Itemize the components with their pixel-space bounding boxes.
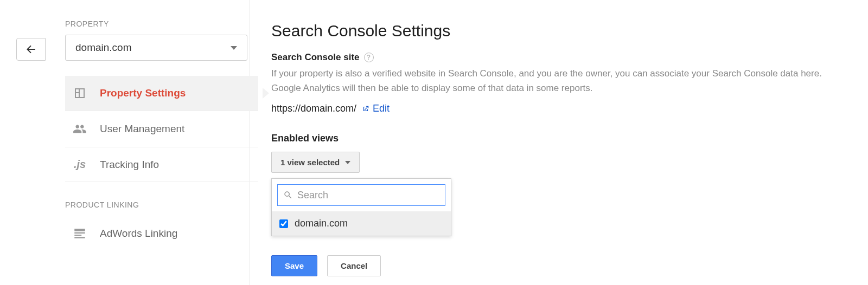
- edit-label: Edit: [373, 103, 390, 114]
- sidebar-item-user-management[interactable]: User Management: [65, 111, 258, 147]
- property-select-value: domain.com: [75, 42, 132, 54]
- views-option[interactable]: domain.com: [272, 211, 451, 236]
- save-button[interactable]: Save: [271, 255, 317, 276]
- layout-icon: [72, 87, 88, 100]
- js-icon: .js: [72, 158, 88, 171]
- edit-link[interactable]: Edit: [362, 103, 390, 114]
- views-option-checkbox[interactable]: [279, 219, 288, 228]
- views-option-label: domain.com: [295, 218, 348, 229]
- page-title: Search Console Settings: [271, 22, 868, 40]
- sidebar-item-adwords-linking[interactable]: AdWords Linking: [65, 216, 258, 251]
- site-heading-row: Search Console site ?: [271, 52, 868, 63]
- search-icon: [283, 190, 293, 200]
- sidebar-item-label: AdWords Linking: [100, 228, 177, 239]
- property-select[interactable]: domain.com: [65, 35, 247, 61]
- sidebar-item-label: Property Settings: [100, 87, 186, 99]
- site-heading: Search Console site: [271, 52, 360, 63]
- views-search-field[interactable]: [277, 184, 445, 206]
- views-dropdown-panel: domain.com: [271, 178, 451, 236]
- sidebar-item-tracking-info[interactable]: .js Tracking Info: [65, 147, 258, 182]
- action-row: Save Cancel: [271, 255, 381, 276]
- main-content: Search Console Settings Search Console s…: [250, 0, 868, 285]
- sidebar-section-product-linking: PRODUCT LINKING: [65, 200, 249, 209]
- sidebar-item-label: User Management: [100, 123, 184, 135]
- back-arrow-icon: [24, 43, 37, 56]
- caret-down-icon: [345, 161, 350, 164]
- site-url: https://domain.com/: [271, 103, 356, 114]
- sidebar-section-property: PROPERTY: [65, 20, 249, 28]
- users-icon: [72, 122, 88, 136]
- adwords-icon: [72, 226, 88, 241]
- caret-down-icon: [231, 46, 237, 50]
- sidebar-item-label: Tracking Info: [100, 159, 159, 171]
- url-row: https://domain.com/ Edit: [271, 103, 868, 114]
- site-description: If your property is also a verified webs…: [271, 66, 835, 95]
- views-dropdown-label: 1 view selected: [280, 158, 340, 167]
- sidebar-item-property-settings[interactable]: Property Settings: [65, 76, 258, 111]
- views-dropdown-toggle[interactable]: 1 view selected: [271, 152, 360, 173]
- external-link-icon: [362, 105, 369, 113]
- enabled-views-label: Enabled views: [271, 133, 868, 144]
- sidebar-nav: Property Settings User Management .js Tr…: [65, 76, 258, 182]
- help-icon[interactable]: ?: [364, 53, 374, 62]
- views-search-input[interactable]: [297, 190, 439, 201]
- back-button[interactable]: [16, 38, 46, 61]
- cancel-button[interactable]: Cancel: [327, 255, 381, 276]
